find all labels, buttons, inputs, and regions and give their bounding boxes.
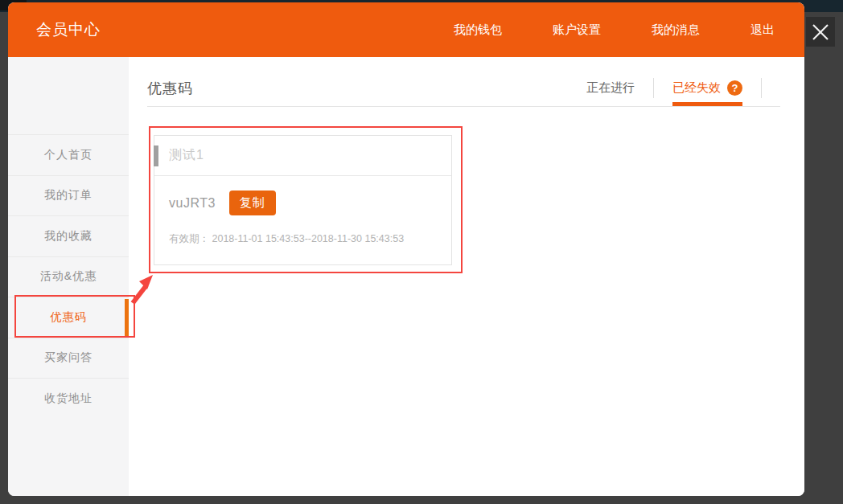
nav-my-wallet[interactable]: 我的钱包 bbox=[454, 23, 502, 38]
validity-label: 有效期： bbox=[169, 233, 209, 244]
member-center-modal: 会员中心 我的钱包 账户设置 我的消息 退出 个人首页 我的订单 我的收藏 活动… bbox=[8, 2, 804, 496]
copy-button[interactable]: 复制 bbox=[229, 191, 276, 215]
tab-separator bbox=[653, 78, 654, 98]
coupon-name: 测试1 bbox=[169, 147, 204, 164]
tab-expired[interactable]: 已经失效 ? bbox=[672, 80, 742, 96]
coupon-code-value: vuJRT3 bbox=[169, 196, 216, 211]
sidebar-item-activities-offers[interactable]: 活动&优惠 bbox=[8, 256, 129, 297]
sidebar-item-my-orders[interactable]: 我的订单 bbox=[8, 175, 129, 216]
sidebar-spacer bbox=[8, 57, 129, 134]
modal-title: 会员中心 bbox=[36, 19, 101, 40]
coupon-card-body: vuJRT3 复制 有效期： 2018-11-01 15:43:53--2018… bbox=[154, 191, 451, 246]
validity-row: 有效期： 2018-11-01 15:43:53--2018-11-30 15:… bbox=[169, 232, 437, 246]
page-title: 优惠码 bbox=[147, 79, 193, 98]
coupon-card: 测试1 vuJRT3 复制 有效期： 2018-11-01 15:43:53--… bbox=[154, 135, 452, 265]
coupon-card-header: 测试1 bbox=[154, 136, 451, 176]
annotation-box-coupon-card: 测试1 vuJRT3 复制 有效期： 2018-11-01 15:43:53--… bbox=[149, 126, 463, 273]
close-icon bbox=[811, 23, 830, 42]
main-content: 优惠码 正在进行 已经失效 ? bbox=[129, 57, 804, 496]
tab-separator bbox=[761, 78, 762, 98]
top-nav: 我的钱包 账户设置 我的消息 退出 bbox=[454, 23, 775, 38]
nav-logout[interactable]: 退出 bbox=[750, 23, 775, 38]
sidebar-item-my-favorites[interactable]: 我的收藏 bbox=[8, 215, 129, 256]
sidebar-item-coupon-code[interactable]: 优惠码 bbox=[8, 297, 129, 338]
validity-value: 2018-11-01 15:43:53--2018-11-30 15:43:53 bbox=[212, 233, 404, 244]
card-marker-bar bbox=[154, 145, 158, 166]
modal-header: 会员中心 我的钱包 账户设置 我的消息 退出 bbox=[8, 2, 804, 57]
content-header: 优惠码 正在进行 已经失效 ? bbox=[147, 57, 780, 107]
sidebar-item-shipping-address[interactable]: 收货地址 bbox=[8, 378, 129, 419]
tabs: 正在进行 已经失效 ? bbox=[586, 78, 780, 98]
tab-expired-label: 已经失效 bbox=[672, 80, 721, 96]
close-button[interactable] bbox=[806, 17, 835, 47]
sidebar-item-label: 优惠码 bbox=[51, 310, 87, 325]
sidebar: 个人首页 我的订单 我的收藏 活动&优惠 优惠码 买家问答 收货地址 bbox=[8, 57, 129, 496]
tab-in-progress[interactable]: 正在进行 bbox=[586, 80, 635, 96]
nav-my-messages[interactable]: 我的消息 bbox=[652, 23, 700, 38]
nav-account-settings[interactable]: 账户设置 bbox=[553, 23, 601, 38]
question-circle-icon[interactable]: ? bbox=[727, 80, 742, 96]
sidebar-item-buyer-qa[interactable]: 买家问答 bbox=[8, 338, 129, 379]
sidebar-item-personal-home[interactable]: 个人首页 bbox=[8, 134, 129, 175]
